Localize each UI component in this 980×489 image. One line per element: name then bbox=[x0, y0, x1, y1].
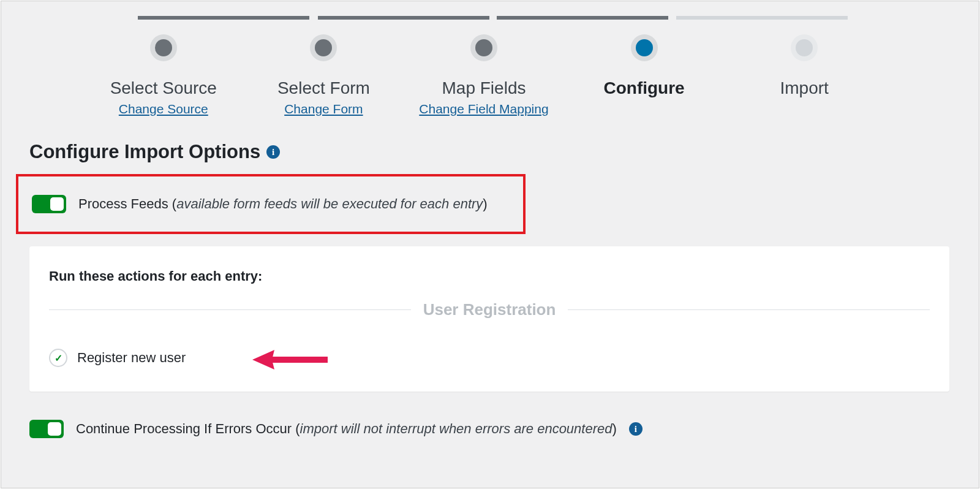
action-label: Register new user bbox=[77, 350, 186, 366]
page-inner: Select Source Change Source Select Form … bbox=[4, 4, 976, 488]
action-row: ✓ Register new user bbox=[49, 349, 930, 367]
step-label: Map Fields bbox=[442, 78, 526, 98]
continue-on-error-toggle[interactable] bbox=[29, 420, 64, 438]
step-circle bbox=[470, 34, 497, 61]
info-icon[interactable]: i bbox=[266, 145, 280, 159]
action-checkbox[interactable]: ✓ bbox=[49, 349, 67, 367]
step-label: Select Source bbox=[110, 78, 217, 98]
step-circle bbox=[791, 34, 818, 61]
toggle-knob bbox=[50, 197, 64, 211]
step-label: Select Form bbox=[277, 78, 370, 98]
step-select-form[interactable]: Select Form Change Form bbox=[244, 34, 404, 116]
feeds-panel: Run these actions for each entry: User R… bbox=[29, 246, 949, 392]
hint-open: ( bbox=[295, 421, 300, 436]
step-configure: Configure bbox=[564, 34, 725, 98]
continue-on-error-label: Continue Processing If Errors Occur (imp… bbox=[76, 421, 617, 437]
toggle-knob bbox=[48, 422, 61, 436]
step-circle bbox=[310, 34, 337, 61]
label-hint: import will not interrupt when errors ar… bbox=[300, 421, 612, 436]
page-container: Select Source Change Source Select Form … bbox=[1, 1, 979, 488]
step-select-source[interactable]: Select Source Change Source bbox=[83, 34, 244, 116]
section-divider: User Registration bbox=[49, 300, 930, 319]
step-label: Configure bbox=[603, 78, 684, 98]
process-feeds-highlight: Process Feeds (available form feeds will… bbox=[16, 174, 526, 234]
stepper-connector bbox=[497, 16, 668, 20]
wizard-stepper: Select Source Change Source Select Form … bbox=[4, 4, 976, 141]
process-feeds-toggle[interactable] bbox=[32, 195, 66, 213]
continue-on-error-row: Continue Processing If Errors Occur (imp… bbox=[4, 392, 976, 438]
hint-close: ) bbox=[612, 421, 617, 436]
info-icon[interactable]: i bbox=[629, 422, 643, 436]
stepper-connector bbox=[318, 16, 489, 20]
step-circle bbox=[150, 34, 177, 61]
step-map-fields[interactable]: Map Fields Change Field Mapping bbox=[404, 34, 564, 116]
hint-close: ) bbox=[483, 196, 487, 211]
section-title: User Registration bbox=[423, 300, 556, 319]
change-field-mapping-link[interactable]: Change Field Mapping bbox=[419, 102, 548, 116]
step-import: Import bbox=[724, 34, 884, 98]
panel-title: Run these actions for each entry: bbox=[49, 268, 930, 284]
stepper-connector bbox=[676, 16, 848, 20]
page-title: Configure Import Options bbox=[29, 141, 260, 163]
change-form-link[interactable]: Change Form bbox=[284, 102, 363, 116]
stepper-connector bbox=[138, 16, 309, 20]
heading-row: Configure Import Options i bbox=[4, 141, 976, 174]
divider-line bbox=[568, 309, 930, 310]
label-hint: available form feeds will be executed fo… bbox=[176, 196, 483, 211]
check-icon: ✓ bbox=[55, 352, 62, 364]
step-label: Import bbox=[780, 78, 828, 98]
arrow-annotation bbox=[251, 346, 331, 376]
label-text: Process Feeds bbox=[78, 196, 172, 211]
divider-line bbox=[49, 309, 411, 310]
label-text: Continue Processing If Errors Occur bbox=[76, 421, 295, 436]
step-circle bbox=[631, 34, 658, 61]
change-source-link[interactable]: Change Source bbox=[119, 102, 208, 116]
process-feeds-label: Process Feeds (available form feeds will… bbox=[78, 196, 488, 212]
